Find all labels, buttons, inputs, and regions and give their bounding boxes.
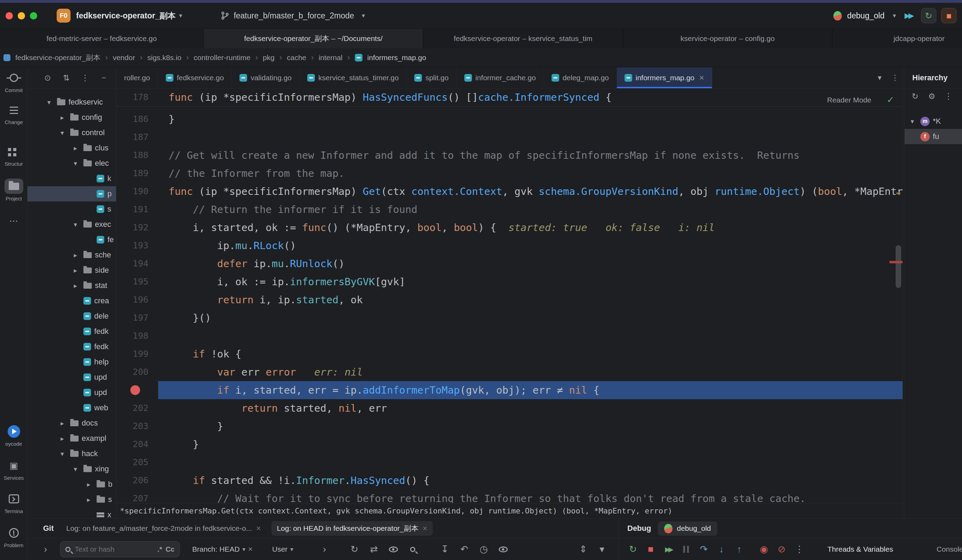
breadcrumb-item[interactable]: fedkservice-operator_副本 [15,53,100,63]
locate-file-icon[interactable]: ⊙ [41,71,55,85]
collapse-all-icon[interactable]: ⇅ [60,71,73,85]
close-icon[interactable]: × [699,73,704,83]
git-search-field[interactable]: .* Cc [60,541,180,557]
tool-stripe-commit[interactable]: Commit [0,70,27,93]
regex-toggle[interactable]: .* [157,546,162,554]
tree-item[interactable]: ▸s [27,492,116,507]
code-line[interactable]: 206 if started && !i.Informer.HasSynced(… [116,471,902,489]
tree-item[interactable]: fedk [27,339,116,354]
editor-tab[interactable]: fedkservice.go [158,68,232,88]
tool-stripe-toycode[interactable]: oycode [0,424,27,447]
tool-stripe-problems[interactable]: Problem [0,525,27,548]
editor-tab[interactable]: roller.go [116,68,158,88]
tree-item[interactable]: x [27,507,116,518]
tree-item[interactable]: upd [27,385,116,400]
tree-item[interactable]: web [27,400,116,415]
tool-stripe-more[interactable]: ⋯ [0,213,27,229]
tree-item[interactable]: help [27,354,116,370]
editor-tab[interactable]: deleg_map.go [544,68,617,88]
code-line[interactable]: 192 i, started, ok := func() (*MapEntry,… [116,219,902,237]
debug-session-tab[interactable]: debug_old [658,521,717,536]
tree-item[interactable]: crea [27,293,116,309]
rerun-debug-icon[interactable]: ↻ [625,542,641,557]
code-area[interactable]: 178func (ip *specificInformersMap) HasSy… [116,88,902,503]
close-icon[interactable]: × [256,524,261,533]
branch-widget[interactable]: feature_b/master_b_force_2mode ▾ [220,11,365,21]
resume-program-button[interactable]: ▶▶ [901,8,916,23]
breadcrumb-item[interactable]: cache [287,53,306,62]
scrollbar-thumb[interactable] [896,245,901,288]
tool-stripe-terminal[interactable]: Termina [0,491,27,514]
tree-item[interactable]: ▾fedkservic [27,95,116,110]
zoom-window-button[interactable] [30,12,37,19]
breadcrumb-item[interactable]: sigs.k8s.io [147,53,181,62]
tree-item[interactable]: upd [27,370,116,385]
code-line[interactable]: 188// Get will create a new Informer and… [116,146,902,164]
hierarchy-refresh-icon[interactable]: ↻ [908,89,922,103]
tree-item[interactable]: dele [27,309,116,324]
tree-item[interactable]: ▸docs [27,415,116,431]
tool-stripe-services[interactable]: ▣Services [0,458,27,481]
stop-debug-icon[interactable]: ■ [643,542,658,557]
project-name[interactable]: fedkservice-operator_副本 [76,10,176,21]
tree-item[interactable]: ▸exampl [27,431,116,446]
resume-icon[interactable]: ▶▶ [661,542,676,557]
minimize-window-button[interactable] [18,12,25,19]
tree-item[interactable]: ▾xing [27,461,116,476]
code-line[interactable]: 197 }() [116,309,902,327]
tree-item[interactable]: fe [27,232,116,247]
code-line[interactable]: 189// the Informer from the map. [116,164,902,182]
clear-filter-icon[interactable]: × [248,545,253,554]
tree-item[interactable]: ▸side [27,262,116,278]
window-tab[interactable]: kservice-operator – config.go [623,29,832,48]
inspections-ok-icon[interactable]: ✓ [886,95,894,105]
tool-stripe-structure[interactable]: Structur [0,144,27,167]
code-line[interactable]: 196 return i, ip.started, ok [116,291,902,309]
editor-tab[interactable]: informers_map.go× [617,68,712,88]
view-breakpoints-icon[interactable]: ◉ [756,542,772,557]
code-line[interactable]: 193 ip.mu.RLock() [116,237,902,255]
tab-threads-variables[interactable]: Threads & Variables [828,545,893,554]
history-icon[interactable]: ◷ [476,542,491,557]
breadcrumb-item[interactable]: controller-runtime [194,53,250,62]
hierarchy-settings-icon[interactable]: ⚙ [925,89,939,103]
code-line[interactable]: 194 defer ip.mu.RUnlock() [116,255,902,273]
code-line[interactable]: 202 return started, nil, err [116,399,902,417]
editor-tab[interactable]: validating.go [232,68,300,88]
user-filter[interactable]: User ▾ [272,545,293,554]
search-input[interactable] [74,545,154,554]
code-line[interactable]: 186} [116,110,902,128]
breadcrumb-item[interactable]: vendor [113,53,135,62]
code-line[interactable]: 207 // Wait for it to sync before return… [116,489,902,503]
tree-item[interactable]: p [27,186,116,201]
code-line[interactable]: 187 [116,128,902,146]
step-into-icon[interactable]: ↓ [714,542,729,557]
code-line[interactable]: 178func (ip *specificInformersMap) HasSy… [116,88,902,106]
hidden-tabs-icon[interactable]: ▾ [872,68,887,88]
hide-panel-icon[interactable]: − [97,71,111,85]
close-window-button[interactable] [6,12,13,19]
window-tab[interactable]: jdcapp-operator [832,29,962,48]
tree-item[interactable]: ▸clus [27,140,116,156]
pause-icon[interactable] [678,542,694,557]
panel-options-icon[interactable]: ⋮ [78,71,92,85]
code-line[interactable]: 200 var err error err: nil [116,363,902,381]
breadcrumb-item[interactable]: internal [319,53,343,62]
expand-panel-icon[interactable]: ⇕ [576,542,591,557]
git-log-tab[interactable]: Log: on feature_a/master_force-2mode in … [61,521,266,536]
window-tab[interactable]: fedkservice-operator – kservice_status_t… [423,29,623,48]
tree-item[interactable]: ▸stat [27,278,116,293]
preview-diff-icon[interactable] [386,542,401,557]
run-config-name[interactable]: debug_old [847,11,885,21]
tree-item[interactable]: ▸b [27,476,116,492]
editor-tab[interactable]: split.go [407,68,457,88]
branch-filter[interactable]: Branch: HEAD ▾ × [192,545,253,554]
breadcrumb-item[interactable]: informers_map.go [367,53,426,62]
hierarchy-item[interactable]: ▾m*K [905,114,962,129]
git-log-tab[interactable]: Log: on HEAD in fedkservice-operator_副本× [271,521,433,536]
tool-stripe-changes[interactable]: Change [0,102,27,125]
step-out-icon[interactable]: ↑ [731,542,747,557]
tree-item[interactable]: fedk [27,324,116,339]
code-line[interactable]: 191 // Return the informer if it is foun… [116,200,902,219]
code-line[interactable]: 195 i, ok := ip.informersByGVK[gvk] [116,273,902,291]
